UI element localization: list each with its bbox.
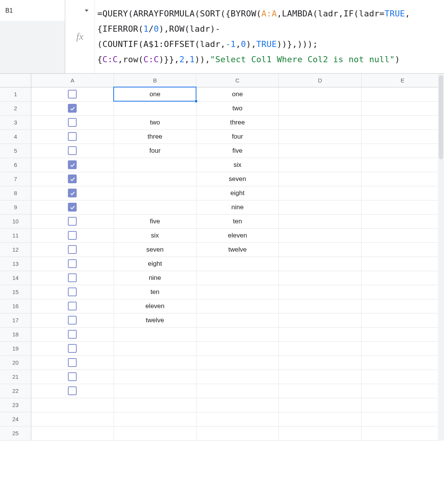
checkbox[interactable] [68, 174, 77, 183]
checkbox[interactable] [68, 358, 77, 367]
cell-A5[interactable] [31, 144, 114, 158]
cell-B2[interactable] [114, 101, 196, 115]
cell-B21[interactable] [114, 370, 196, 384]
row-header[interactable]: 6 [0, 158, 31, 172]
cell-D7[interactable] [279, 172, 361, 186]
vertical-scrollbar[interactable] [438, 74, 444, 441]
cell-B7[interactable] [114, 172, 196, 186]
cell-D18[interactable] [279, 327, 361, 341]
cell-C25[interactable] [196, 426, 278, 440]
cell-B15[interactable]: ten [114, 285, 196, 299]
row-header[interactable]: 13 [0, 257, 31, 271]
cell-B9[interactable] [114, 200, 196, 214]
cell-C5[interactable]: five [196, 144, 278, 158]
checkbox[interactable] [68, 288, 77, 296]
cell-E16[interactable] [361, 299, 444, 313]
checkbox[interactable] [68, 273, 77, 282]
checkbox[interactable] [68, 316, 77, 325]
checkbox[interactable] [68, 189, 77, 197]
row-header[interactable]: 1 [0, 87, 31, 101]
cell-C8[interactable]: eight [196, 186, 278, 200]
cell-C19[interactable] [196, 341, 278, 355]
cell-A4[interactable] [31, 129, 114, 144]
row-header[interactable]: 25 [0, 426, 31, 440]
cell-E22[interactable] [361, 384, 444, 398]
cell-A3[interactable] [31, 115, 114, 129]
cell-C2[interactable]: two [196, 101, 278, 115]
cell-A20[interactable] [31, 355, 114, 370]
cell-B24[interactable] [114, 412, 196, 426]
cell-B22[interactable] [114, 384, 196, 398]
row-header[interactable]: 20 [0, 355, 31, 370]
checkbox[interactable] [68, 118, 77, 127]
cell-A6[interactable] [31, 158, 114, 172]
cell-C20[interactable] [196, 355, 278, 370]
row-header[interactable]: 14 [0, 271, 31, 285]
cell-C21[interactable] [196, 370, 278, 384]
checkbox[interactable] [68, 344, 77, 353]
column-header-D[interactable]: D [279, 74, 361, 87]
cell-B23[interactable] [114, 398, 196, 412]
cell-D17[interactable] [279, 313, 361, 327]
cell-D12[interactable] [279, 242, 361, 257]
cell-B20[interactable] [114, 355, 196, 370]
row-header[interactable]: 2 [0, 101, 31, 115]
name-box[interactable] [0, 0, 65, 21]
row-header[interactable]: 9 [0, 200, 31, 214]
cell-C16[interactable] [196, 299, 278, 313]
cell-D2[interactable] [279, 101, 361, 115]
cell-C22[interactable] [196, 384, 278, 398]
cell-C9[interactable]: nine [196, 200, 278, 214]
formula-input[interactable]: =QUERY(ARRAYFORMULA(SORT({BYROW(A:A,LAMB… [95, 0, 444, 73]
cell-D20[interactable] [279, 355, 361, 370]
cell-E10[interactable] [361, 214, 444, 228]
cell-E21[interactable] [361, 370, 444, 384]
cell-A24[interactable] [31, 412, 114, 426]
cell-C7[interactable]: seven [196, 172, 278, 186]
cell-B8[interactable] [114, 186, 196, 200]
row-header[interactable]: 18 [0, 327, 31, 341]
row-header[interactable]: 15 [0, 285, 31, 299]
cell-A13[interactable] [31, 257, 114, 271]
cell-A2[interactable] [31, 101, 114, 115]
cell-C10[interactable]: ten [196, 214, 278, 228]
cell-A17[interactable] [31, 313, 114, 327]
cell-C4[interactable]: four [196, 129, 278, 144]
cell-A12[interactable] [31, 242, 114, 257]
checkbox[interactable] [68, 231, 77, 240]
cell-E6[interactable] [361, 158, 444, 172]
cell-A10[interactable] [31, 214, 114, 228]
cell-A15[interactable] [31, 285, 114, 299]
cell-B10[interactable]: five [114, 214, 196, 228]
cell-D19[interactable] [279, 341, 361, 355]
cell-A14[interactable] [31, 271, 114, 285]
column-header-C[interactable]: C [196, 74, 278, 87]
cell-A1[interactable] [31, 87, 114, 101]
cell-A8[interactable] [31, 186, 114, 200]
cell-B3[interactable]: two [114, 115, 196, 129]
cell-E23[interactable] [361, 398, 444, 412]
row-header[interactable]: 24 [0, 412, 31, 426]
cell-E7[interactable] [361, 172, 444, 186]
row-header[interactable]: 3 [0, 115, 31, 129]
row-header[interactable]: 7 [0, 172, 31, 186]
cell-E4[interactable] [361, 129, 444, 144]
row-header[interactable]: 16 [0, 299, 31, 313]
cell-A23[interactable] [31, 398, 114, 412]
cell-C3[interactable]: three [196, 115, 278, 129]
row-header[interactable]: 5 [0, 144, 31, 158]
cell-B11[interactable]: six [114, 228, 196, 242]
cell-D10[interactable] [279, 214, 361, 228]
cell-B4[interactable]: three [114, 129, 196, 144]
cell-C1[interactable]: one [196, 87, 278, 101]
row-header[interactable]: 12 [0, 242, 31, 257]
cell-A21[interactable] [31, 370, 114, 384]
cell-A11[interactable] [31, 228, 114, 242]
row-header[interactable]: 19 [0, 341, 31, 355]
cell-D15[interactable] [279, 285, 361, 299]
cell-E5[interactable] [361, 144, 444, 158]
cell-A22[interactable] [31, 384, 114, 398]
cell-C23[interactable] [196, 398, 278, 412]
cell-D25[interactable] [279, 426, 361, 440]
cell-E20[interactable] [361, 355, 444, 370]
